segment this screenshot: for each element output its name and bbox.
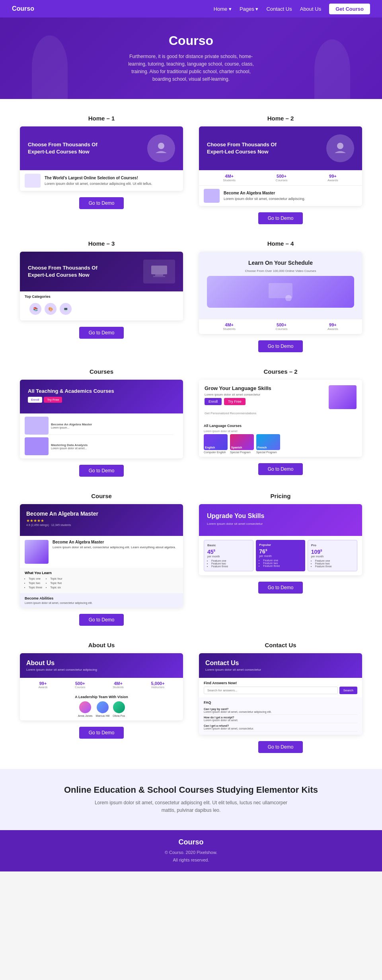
home4-title: Learn On Your Schedule bbox=[207, 260, 354, 266]
home3-categories: Top Categories 📚 🎨 💻 bbox=[20, 291, 183, 320]
price-card-popular: Popular 76$ per month Feature one Featur… bbox=[256, 540, 305, 571]
pricing-demo-button[interactable]: Go to Demo bbox=[258, 582, 303, 594]
demo-home4: Home – 4 Learn On Your Schedule Choose F… bbox=[199, 240, 362, 352]
about-stat-3: 4M+ Students bbox=[113, 681, 124, 689]
course-demo-button[interactable]: Go to Demo bbox=[79, 614, 124, 626]
contact-demo-button[interactable]: Go to Demo bbox=[258, 741, 303, 753]
course-item-1: Become An Algebra MasterLorem ipsum... bbox=[25, 417, 92, 435]
home4-stat-1: 4M+ Students bbox=[223, 322, 236, 331]
team-member-3: Olivia Fox bbox=[113, 701, 125, 717]
hero-description: Furthermore, it is good for distance pri… bbox=[123, 53, 259, 83]
courses2-enroll-btn[interactable]: Enroll bbox=[205, 398, 222, 405]
demo-pricing-card: Upgrade You Skills Lorem ipsum dolor sit… bbox=[199, 504, 362, 575]
about-stat-2: 500+ Courses bbox=[75, 681, 85, 689]
about-demo-button[interactable]: Go to Demo bbox=[79, 727, 124, 739]
hero-section: Courso Furthermore, it is good for dista… bbox=[0, 17, 382, 99]
home2-stat-2: 500+ Courses bbox=[276, 174, 288, 182]
courses-try-btn[interactable]: Try Free bbox=[44, 397, 62, 403]
courses2-banner: Grow Your Language Skills Lorem ipsum do… bbox=[199, 380, 362, 421]
nav-contact[interactable]: Contact Us bbox=[266, 6, 292, 12]
team-name-2: Marcus Hill bbox=[96, 714, 110, 717]
courses2-desc: Lorem ipsum dolor sit amet consectetur bbox=[205, 393, 271, 396]
courses-demo-button[interactable]: Go to Demo bbox=[79, 465, 124, 477]
faq-item-2: How do I get a receipt? Lorem ipsum dolo… bbox=[204, 715, 357, 723]
faq-title: FAQ bbox=[204, 701, 357, 704]
faq-item-1: Can I pay by card? Lorem ipsum dolor sit… bbox=[204, 706, 357, 715]
nav-cta-button[interactable]: Get Courso bbox=[329, 4, 370, 14]
home4-stats: 4M+ Students 500+ Courses 99+ Awards bbox=[199, 319, 362, 334]
svg-rect-4 bbox=[153, 276, 165, 277]
nav-about[interactable]: About Us bbox=[300, 6, 321, 12]
lang-row: English Computer English Spanish Special… bbox=[204, 434, 357, 454]
course-stars: ★★★★★ bbox=[26, 518, 177, 523]
home2-banner-image bbox=[326, 134, 354, 162]
courses2-try-btn[interactable]: Try Free bbox=[224, 398, 246, 405]
nav-home[interactable]: Home ▾ bbox=[214, 6, 232, 12]
pricing-desc: Lorem ipsum dolor sit amet consectetur bbox=[207, 522, 354, 526]
contact-banner: Contact Us Lorem ipsum dolor sit amet co… bbox=[199, 653, 362, 678]
home3-banner: Choose From Thousands Of Expert-Led Cour… bbox=[20, 252, 183, 291]
home2-banner: Choose From Thousands Of Expert-Led Cour… bbox=[199, 126, 362, 170]
demo-pricing-label: Pricing bbox=[271, 493, 291, 499]
team-member-1: Anna Jones bbox=[78, 701, 93, 717]
team-avatar-1 bbox=[79, 701, 91, 713]
demo-about-label: About Us bbox=[88, 642, 115, 648]
svg-point-0 bbox=[158, 143, 164, 149]
faq-item-3: Can I get a refund? Lorem ipsum dolor si… bbox=[204, 723, 357, 732]
home3-banner-image bbox=[143, 260, 175, 283]
home1-demo-button[interactable]: Go to Demo bbox=[79, 197, 124, 209]
what-learn-cols: Topic one Topic two Topic three Topic fo… bbox=[25, 576, 178, 590]
home1-banner-text: Choose From Thousands Of Expert-Led Cour… bbox=[28, 141, 109, 155]
courses2-rec-label: Get Personalized Recommendations bbox=[205, 411, 357, 415]
home1-sub-image bbox=[25, 174, 41, 188]
footer-logo: Courso bbox=[20, 838, 362, 846]
demo-grid: Home – 1 Choose From Thousands Of Expert… bbox=[20, 115, 362, 753]
about-team: A Leadership Team With Vision Anna Jones… bbox=[20, 692, 183, 720]
team-name-3: Olivia Fox bbox=[113, 714, 125, 717]
home2-demo-button[interactable]: Go to Demo bbox=[258, 212, 303, 224]
courses-enroll-btn[interactable]: Enroll bbox=[28, 397, 42, 403]
home4-inner: Learn On Your Schedule Choose From Over … bbox=[199, 252, 362, 319]
instructor-title: Become Abilities bbox=[25, 596, 178, 600]
home3-demo-button[interactable]: Go to Demo bbox=[79, 327, 124, 339]
lang-thumb-1: English bbox=[204, 434, 228, 450]
demo-courses2-label: Courses – 2 bbox=[263, 368, 297, 375]
pricing-row: Basic 45$ per month Feature one Feature … bbox=[204, 540, 357, 571]
home1-banner-image bbox=[147, 134, 175, 162]
footer-copyright: © Courso. 2020 Pixelshow. All rights res… bbox=[20, 849, 362, 864]
course-banner: Become An Algebra Master ★★★★★ 4.9 (2,45… bbox=[20, 504, 183, 536]
demo-home2-card: Choose From Thousands Of Expert-Led Cour… bbox=[199, 126, 362, 206]
team-name-1: Anna Jones bbox=[78, 714, 93, 717]
what-learn-col-2: Topic four Topic five Topic six bbox=[46, 576, 62, 590]
courses2-demo-button[interactable]: Go to Demo bbox=[258, 463, 303, 475]
demo-home1-label: Home – 1 bbox=[88, 115, 115, 122]
courses-banner-buttons: Enroll Try Free bbox=[28, 397, 175, 403]
home2-sub-text: Become An Algebra Master Lorem ipsum dol… bbox=[224, 190, 305, 202]
contact-search-button[interactable]: Search bbox=[339, 687, 357, 694]
lang-title: All Language Courses bbox=[204, 424, 357, 428]
courses2-text: Grow Your Language Skills Lorem ipsum do… bbox=[205, 385, 271, 405]
contact-search: Find Answers Now! Search bbox=[199, 678, 362, 697]
price-card-pro: Pro 109$ per month Feature one Feature t… bbox=[308, 540, 357, 571]
home2-stat-1: 4M+ Students bbox=[223, 174, 236, 182]
demo-course-label: Course bbox=[91, 493, 112, 499]
team-member-2: Marcus Hill bbox=[96, 701, 110, 717]
what-learn-col-1: Topic one Topic two Topic three bbox=[25, 576, 42, 590]
course-image bbox=[25, 540, 49, 564]
svg-rect-2 bbox=[151, 266, 167, 274]
home2-stat-3: 99+ Awards bbox=[327, 174, 338, 182]
courses2-btns: Enroll Try Free bbox=[205, 398, 271, 405]
nav-pages[interactable]: Pages ▾ bbox=[240, 6, 258, 12]
contact-search-input[interactable] bbox=[204, 687, 338, 694]
team-row: Anna Jones Marcus Hill Olivia Fox bbox=[25, 701, 178, 717]
about-banner-title: About Us bbox=[26, 660, 177, 667]
home4-stat-2: 500+ Courses bbox=[276, 322, 288, 331]
nav-links: Home ▾ Pages ▾ Contact Us About Us Get C… bbox=[214, 4, 370, 14]
courses2-banner-inner: Grow Your Language Skills Lorem ipsum do… bbox=[205, 385, 357, 409]
demo-course: Course Become An Algebra Master ★★★★★ 4.… bbox=[20, 493, 183, 626]
hero-title: Courso bbox=[123, 33, 259, 48]
courses-banner-title: All Teaching & Academics Courses bbox=[28, 388, 175, 395]
bottom-cta-description: Lorem ipsum dolor sit amet, consectetur … bbox=[92, 799, 290, 814]
home4-demo-button[interactable]: Go to Demo bbox=[258, 340, 303, 352]
demo-home2: Home – 2 Choose From Thousands Of Expert… bbox=[199, 115, 362, 224]
